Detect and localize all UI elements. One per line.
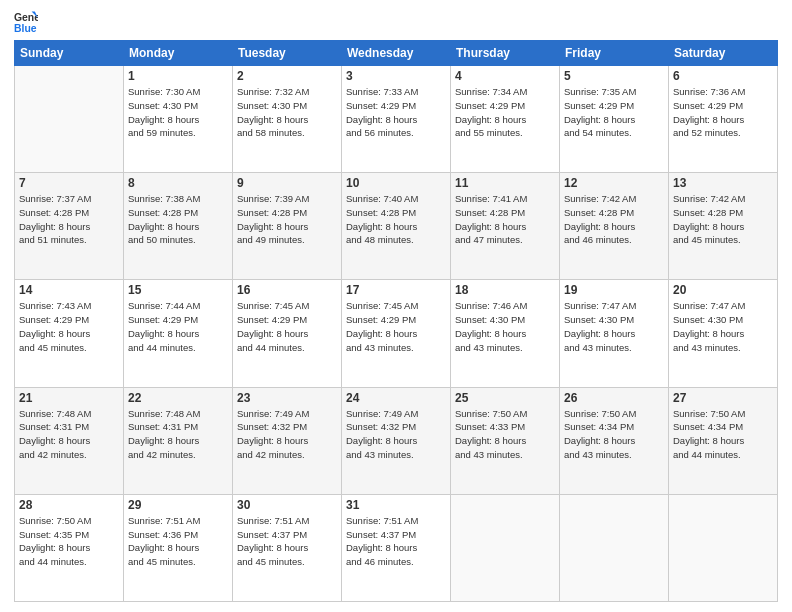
day-info: Sunrise: 7:38 AM Sunset: 4:28 PM Dayligh…: [128, 192, 228, 247]
calendar-table: SundayMondayTuesdayWednesdayThursdayFrid…: [14, 40, 778, 602]
day-number: 29: [128, 498, 228, 512]
calendar-week-row: 7Sunrise: 7:37 AM Sunset: 4:28 PM Daylig…: [15, 173, 778, 280]
calendar-cell: 11Sunrise: 7:41 AM Sunset: 4:28 PM Dayli…: [451, 173, 560, 280]
calendar-cell: 19Sunrise: 7:47 AM Sunset: 4:30 PM Dayli…: [560, 280, 669, 387]
calendar-cell: 16Sunrise: 7:45 AM Sunset: 4:29 PM Dayli…: [233, 280, 342, 387]
day-info: Sunrise: 7:50 AM Sunset: 4:33 PM Dayligh…: [455, 407, 555, 462]
calendar-header-monday: Monday: [124, 41, 233, 66]
day-info: Sunrise: 7:37 AM Sunset: 4:28 PM Dayligh…: [19, 192, 119, 247]
day-number: 31: [346, 498, 446, 512]
calendar-cell: 30Sunrise: 7:51 AM Sunset: 4:37 PM Dayli…: [233, 494, 342, 601]
calendar-cell: 9Sunrise: 7:39 AM Sunset: 4:28 PM Daylig…: [233, 173, 342, 280]
day-number: 7: [19, 176, 119, 190]
day-info: Sunrise: 7:34 AM Sunset: 4:29 PM Dayligh…: [455, 85, 555, 140]
calendar-cell: 20Sunrise: 7:47 AM Sunset: 4:30 PM Dayli…: [669, 280, 778, 387]
logo: General Blue: [14, 10, 42, 34]
day-number: 21: [19, 391, 119, 405]
calendar-header-saturday: Saturday: [669, 41, 778, 66]
day-number: 28: [19, 498, 119, 512]
calendar-cell: 5Sunrise: 7:35 AM Sunset: 4:29 PM Daylig…: [560, 66, 669, 173]
calendar-cell: 17Sunrise: 7:45 AM Sunset: 4:29 PM Dayli…: [342, 280, 451, 387]
day-number: 25: [455, 391, 555, 405]
calendar-cell: [560, 494, 669, 601]
calendar-cell: 18Sunrise: 7:46 AM Sunset: 4:30 PM Dayli…: [451, 280, 560, 387]
day-info: Sunrise: 7:32 AM Sunset: 4:30 PM Dayligh…: [237, 85, 337, 140]
day-number: 15: [128, 283, 228, 297]
day-info: Sunrise: 7:50 AM Sunset: 4:34 PM Dayligh…: [564, 407, 664, 462]
calendar-cell: [15, 66, 124, 173]
day-number: 30: [237, 498, 337, 512]
calendar-cell: 13Sunrise: 7:42 AM Sunset: 4:28 PM Dayli…: [669, 173, 778, 280]
calendar-cell: 1Sunrise: 7:30 AM Sunset: 4:30 PM Daylig…: [124, 66, 233, 173]
calendar-cell: 8Sunrise: 7:38 AM Sunset: 4:28 PM Daylig…: [124, 173, 233, 280]
day-info: Sunrise: 7:51 AM Sunset: 4:37 PM Dayligh…: [346, 514, 446, 569]
day-number: 12: [564, 176, 664, 190]
calendar-header-wednesday: Wednesday: [342, 41, 451, 66]
day-info: Sunrise: 7:40 AM Sunset: 4:28 PM Dayligh…: [346, 192, 446, 247]
page: General Blue SundayMondayTuesdayWednesda…: [0, 0, 792, 612]
day-number: 11: [455, 176, 555, 190]
day-number: 3: [346, 69, 446, 83]
calendar-cell: 22Sunrise: 7:48 AM Sunset: 4:31 PM Dayli…: [124, 387, 233, 494]
day-number: 17: [346, 283, 446, 297]
logo-icon: General Blue: [14, 10, 38, 34]
day-info: Sunrise: 7:39 AM Sunset: 4:28 PM Dayligh…: [237, 192, 337, 247]
header: General Blue: [14, 10, 778, 34]
calendar-cell: 27Sunrise: 7:50 AM Sunset: 4:34 PM Dayli…: [669, 387, 778, 494]
day-info: Sunrise: 7:50 AM Sunset: 4:35 PM Dayligh…: [19, 514, 119, 569]
calendar-header-sunday: Sunday: [15, 41, 124, 66]
day-info: Sunrise: 7:47 AM Sunset: 4:30 PM Dayligh…: [673, 299, 773, 354]
day-number: 13: [673, 176, 773, 190]
day-info: Sunrise: 7:42 AM Sunset: 4:28 PM Dayligh…: [564, 192, 664, 247]
calendar-header-thursday: Thursday: [451, 41, 560, 66]
calendar-cell: 28Sunrise: 7:50 AM Sunset: 4:35 PM Dayli…: [15, 494, 124, 601]
day-info: Sunrise: 7:48 AM Sunset: 4:31 PM Dayligh…: [19, 407, 119, 462]
calendar-cell: [669, 494, 778, 601]
calendar-cell: 29Sunrise: 7:51 AM Sunset: 4:36 PM Dayli…: [124, 494, 233, 601]
day-info: Sunrise: 7:41 AM Sunset: 4:28 PM Dayligh…: [455, 192, 555, 247]
day-number: 5: [564, 69, 664, 83]
calendar-cell: 7Sunrise: 7:37 AM Sunset: 4:28 PM Daylig…: [15, 173, 124, 280]
calendar-cell: 14Sunrise: 7:43 AM Sunset: 4:29 PM Dayli…: [15, 280, 124, 387]
calendar-cell: 25Sunrise: 7:50 AM Sunset: 4:33 PM Dayli…: [451, 387, 560, 494]
day-number: 18: [455, 283, 555, 297]
day-number: 9: [237, 176, 337, 190]
calendar-cell: 21Sunrise: 7:48 AM Sunset: 4:31 PM Dayli…: [15, 387, 124, 494]
calendar-week-row: 1Sunrise: 7:30 AM Sunset: 4:30 PM Daylig…: [15, 66, 778, 173]
day-number: 2: [237, 69, 337, 83]
day-info: Sunrise: 7:47 AM Sunset: 4:30 PM Dayligh…: [564, 299, 664, 354]
calendar-cell: 6Sunrise: 7:36 AM Sunset: 4:29 PM Daylig…: [669, 66, 778, 173]
calendar-cell: [451, 494, 560, 601]
day-info: Sunrise: 7:51 AM Sunset: 4:37 PM Dayligh…: [237, 514, 337, 569]
day-info: Sunrise: 7:35 AM Sunset: 4:29 PM Dayligh…: [564, 85, 664, 140]
calendar-cell: 26Sunrise: 7:50 AM Sunset: 4:34 PM Dayli…: [560, 387, 669, 494]
day-number: 6: [673, 69, 773, 83]
calendar-cell: 4Sunrise: 7:34 AM Sunset: 4:29 PM Daylig…: [451, 66, 560, 173]
day-number: 8: [128, 176, 228, 190]
day-number: 4: [455, 69, 555, 83]
day-number: 20: [673, 283, 773, 297]
calendar-cell: 10Sunrise: 7:40 AM Sunset: 4:28 PM Dayli…: [342, 173, 451, 280]
day-number: 10: [346, 176, 446, 190]
day-info: Sunrise: 7:44 AM Sunset: 4:29 PM Dayligh…: [128, 299, 228, 354]
day-info: Sunrise: 7:36 AM Sunset: 4:29 PM Dayligh…: [673, 85, 773, 140]
calendar-header-tuesday: Tuesday: [233, 41, 342, 66]
day-info: Sunrise: 7:49 AM Sunset: 4:32 PM Dayligh…: [237, 407, 337, 462]
day-info: Sunrise: 7:46 AM Sunset: 4:30 PM Dayligh…: [455, 299, 555, 354]
day-number: 16: [237, 283, 337, 297]
day-info: Sunrise: 7:30 AM Sunset: 4:30 PM Dayligh…: [128, 85, 228, 140]
day-info: Sunrise: 7:42 AM Sunset: 4:28 PM Dayligh…: [673, 192, 773, 247]
day-number: 1: [128, 69, 228, 83]
day-info: Sunrise: 7:51 AM Sunset: 4:36 PM Dayligh…: [128, 514, 228, 569]
day-number: 19: [564, 283, 664, 297]
day-info: Sunrise: 7:45 AM Sunset: 4:29 PM Dayligh…: [237, 299, 337, 354]
calendar-week-row: 21Sunrise: 7:48 AM Sunset: 4:31 PM Dayli…: [15, 387, 778, 494]
day-info: Sunrise: 7:43 AM Sunset: 4:29 PM Dayligh…: [19, 299, 119, 354]
day-number: 23: [237, 391, 337, 405]
calendar-cell: 31Sunrise: 7:51 AM Sunset: 4:37 PM Dayli…: [342, 494, 451, 601]
calendar-cell: 23Sunrise: 7:49 AM Sunset: 4:32 PM Dayli…: [233, 387, 342, 494]
day-info: Sunrise: 7:48 AM Sunset: 4:31 PM Dayligh…: [128, 407, 228, 462]
calendar-cell: 2Sunrise: 7:32 AM Sunset: 4:30 PM Daylig…: [233, 66, 342, 173]
day-number: 26: [564, 391, 664, 405]
day-info: Sunrise: 7:45 AM Sunset: 4:29 PM Dayligh…: [346, 299, 446, 354]
